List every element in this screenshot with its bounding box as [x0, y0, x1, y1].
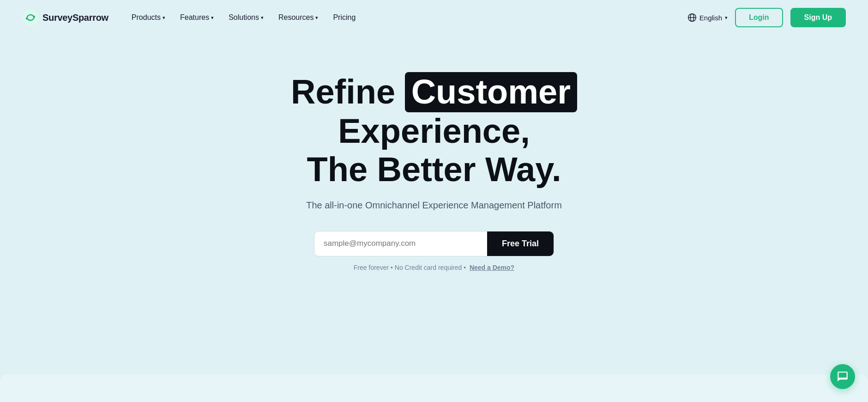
- nav-right: English ▾ Login Sign Up: [687, 8, 846, 27]
- chevron-down-icon: ▾: [211, 15, 214, 21]
- nav-link-solutions[interactable]: Solutions ▾: [222, 10, 270, 25]
- logo-icon: [22, 9, 39, 26]
- chevron-down-icon: ▾: [725, 15, 728, 21]
- chevron-down-icon: ▾: [163, 15, 165, 21]
- nav-links: Products ▾ Features ▾ Solutions ▾ Resour…: [125, 10, 362, 25]
- globe-icon: [687, 13, 697, 22]
- chevron-down-icon: ▾: [261, 15, 264, 21]
- chat-icon: [837, 371, 849, 383]
- svg-point-0: [22, 9, 39, 26]
- hero-subtitle: The all-in-one Omnichannel Experience Ma…: [306, 200, 562, 211]
- logo-text: SurveySparrow: [42, 12, 108, 23]
- chevron-down-icon: ▾: [315, 15, 318, 21]
- email-input[interactable]: [314, 231, 487, 256]
- svg-point-2: [33, 16, 35, 18]
- language-selector[interactable]: English ▾: [687, 13, 728, 22]
- login-button[interactable]: Login: [735, 8, 783, 27]
- nav-link-pricing[interactable]: Pricing: [326, 10, 362, 25]
- need-demo-link[interactable]: Need a Demo?: [470, 264, 514, 271]
- chat-button[interactable]: [830, 364, 855, 389]
- nav-left: SurveySparrow Products ▾ Features ▾ Solu…: [22, 9, 362, 26]
- free-trial-button[interactable]: Free Trial: [487, 231, 554, 256]
- hero-section: Refine Customer Experience, The Better W…: [0, 35, 868, 299]
- email-form: Free Trial: [314, 231, 554, 256]
- svg-point-1: [26, 18, 28, 19]
- navbar: SurveySparrow Products ▾ Features ▾ Solu…: [0, 0, 868, 35]
- hero-title: Refine Customer Experience, The Better W…: [226, 72, 642, 189]
- nav-link-resources[interactable]: Resources ▾: [272, 10, 325, 25]
- logo[interactable]: SurveySparrow: [22, 9, 108, 26]
- hero-disclaimer: Free forever • No Credit card required •…: [354, 264, 514, 271]
- signup-button[interactable]: Sign Up: [790, 8, 846, 27]
- nav-link-products[interactable]: Products ▾: [125, 10, 172, 25]
- nav-link-features[interactable]: Features ▾: [174, 10, 220, 25]
- bottom-card: [0, 374, 868, 402]
